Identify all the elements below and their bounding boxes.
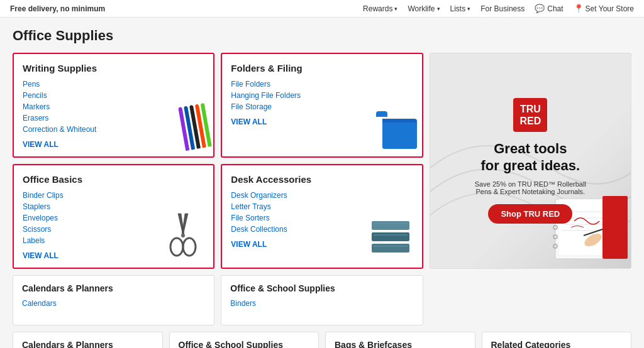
pens-illustration (179, 103, 213, 151)
letter-trays-link[interactable]: Letter Trays (231, 202, 413, 211)
categories-grid: Writing Supplies Pens Pencils Markers Er… (13, 53, 631, 325)
desk-accessories-title: Desk Accessories (231, 174, 413, 185)
chevron-down-icon: ▾ (437, 6, 440, 12)
desk-accessories-card: Desk Accessories Desk Organizers Letter … (221, 164, 423, 269)
set-store-nav[interactable]: 📍 Set Your Store (574, 4, 634, 13)
chevron-down-icon: ▾ (467, 6, 470, 12)
folders-filing-card: Folders & Filing File Folders Hanging Fi… (221, 53, 423, 158)
folders-title: Folders & Filing (231, 63, 413, 73)
location-icon: 📍 (574, 4, 584, 13)
scissors-image (160, 210, 207, 263)
related-bottom-card: Related Categories Paper & Stationery (482, 332, 632, 348)
binder-clips-link[interactable]: Binder Clips (23, 191, 204, 200)
writing-supplies-links: Pens Pencils Markers Erasers Correction … (23, 80, 204, 134)
office-basics-card: Office Basics Binder Clips Staplers Enve… (13, 164, 214, 269)
svg-rect-19 (372, 221, 409, 230)
file-folders-link[interactable]: File Folders (231, 80, 413, 89)
rewards-nav[interactable]: Rewards ▾ (363, 4, 397, 13)
markers-link[interactable]: Markers (23, 102, 204, 111)
correction-link[interactable]: Correction & Whiteout (23, 125, 204, 134)
svg-point-15 (183, 238, 196, 256)
tru-red-subtext: Save 25% on TRU RED™ Rollerball Pens & E… (467, 180, 593, 195)
calendars-bottom-title: Calendars & Planners (22, 340, 153, 348)
folders-image (376, 111, 417, 149)
promo-text: Free delivery, no minimum (10, 4, 105, 13)
chat-nav[interactable]: 💬 Chat (535, 4, 563, 13)
svg-point-14 (170, 238, 183, 256)
hanging-folders-link[interactable]: Hanging File Folders (231, 91, 413, 100)
related-bottom-title: Related Categories (491, 340, 623, 348)
calendars-bottom-card: Calendars & Planners Calendars (13, 332, 163, 348)
desk-acc-image (369, 219, 416, 261)
calendars-planners-card: Calendars & Planners Calendars (13, 275, 214, 325)
bags-bottom-card: Bags & Briefcases Backpacks (325, 332, 475, 348)
desk-organizers-link[interactable]: Desk Organizers (231, 191, 413, 200)
svg-rect-17 (372, 244, 409, 253)
file-storage-link[interactable]: File Storage (231, 102, 413, 111)
svg-rect-20 (374, 246, 408, 247)
for-business-nav[interactable]: For Business (480, 4, 525, 13)
page-title: Office Supplies (13, 28, 631, 44)
office-school-bottom-title: Office & School Supplies (179, 340, 310, 348)
office-school-bottom-card: Office & School Supplies Binders (169, 332, 319, 348)
chevron-down-icon: ▾ (394, 6, 397, 12)
svg-rect-22 (374, 223, 408, 224)
office-school-title: Office & School Supplies (230, 283, 413, 293)
writing-supplies-card: Writing Supplies Pens Pencils Markers Er… (13, 53, 214, 158)
lists-nav[interactable]: Lists ▾ (450, 4, 471, 13)
folder-tab (376, 111, 387, 117)
pens-image (182, 105, 208, 149)
writing-supplies-title: Writing Supplies (23, 63, 204, 73)
top-navigation: Free delivery, no minimum Rewards ▾ Work… (0, 0, 644, 18)
chat-icon: 💬 (535, 4, 545, 13)
tru-red-logo: TRU RED (513, 98, 547, 132)
calendars-link[interactable]: Calendars (22, 299, 57, 308)
pens-link[interactable]: Pens (23, 80, 204, 89)
shop-tru-red-button[interactable]: Shop TRU RED (488, 204, 572, 224)
writing-view-all[interactable]: VIEW ALL (23, 140, 204, 149)
svg-rect-21 (374, 234, 408, 236)
desk-acc-svg (369, 219, 416, 259)
tru-red-banner: TRU RED Great tools for great ideas. Sav… (430, 53, 631, 269)
worklife-nav[interactable]: Worklife ▾ (408, 4, 440, 13)
folder-stack (376, 111, 417, 149)
calendars-title: Calendars & Planners (22, 283, 205, 293)
page-content: Office Supplies Writing Supplies Pens Pe… (0, 18, 644, 348)
bottom-row: Calendars & Planners Calendars Office & … (13, 332, 631, 348)
erasers-link[interactable]: Erasers (23, 114, 204, 122)
nav-right: Rewards ▾ Worklife ▾ Lists ▾ For Busines… (363, 4, 634, 13)
pencils-link[interactable]: Pencils (23, 91, 204, 100)
tru-red-headline: Great tools for great ideas. (480, 141, 580, 174)
folder-front (382, 122, 417, 149)
svg-rect-18 (372, 232, 409, 241)
svg-rect-11 (602, 196, 628, 259)
folders-links: File Folders Hanging File Folders File S… (231, 80, 413, 111)
scissors-svg (160, 210, 207, 261)
office-school-supplies-card: Office & School Supplies Binders (221, 275, 423, 325)
svg-point-16 (181, 234, 185, 237)
binders-link[interactable]: Binders (230, 299, 256, 308)
bags-bottom-title: Bags & Briefcases (335, 340, 466, 348)
office-basics-title: Office Basics (23, 174, 204, 185)
staplers-link[interactable]: Staplers (23, 202, 204, 211)
